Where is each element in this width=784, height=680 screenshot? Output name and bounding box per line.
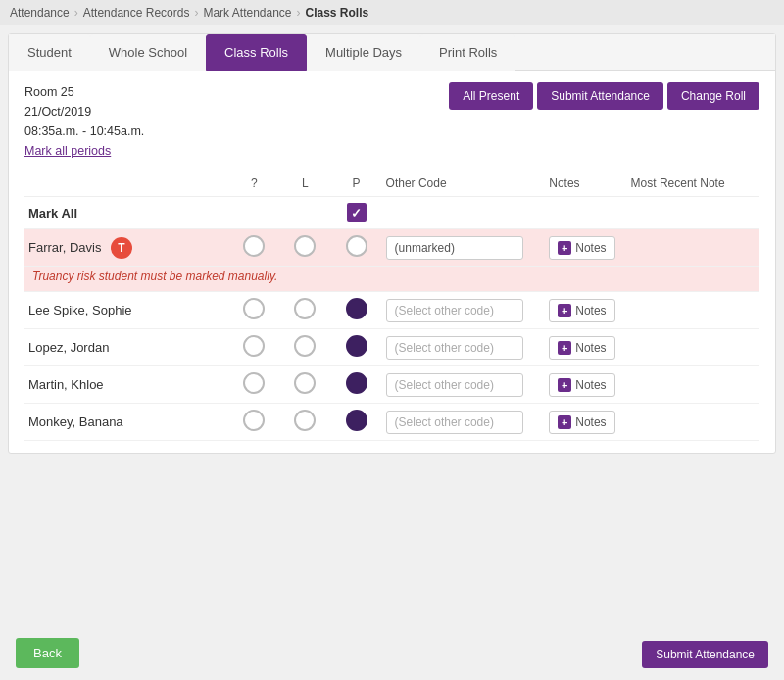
other-code-cell[interactable] — [382, 404, 546, 441]
other-code-cell[interactable] — [382, 229, 546, 267]
col-header-name — [24, 170, 228, 197]
q-radio[interactable] — [243, 372, 265, 394]
l-radio-cell[interactable] — [279, 292, 330, 329]
other-code-input[interactable] — [386, 299, 523, 322]
truancy-badge: T — [111, 237, 132, 259]
notes-button[interactable]: + Notes — [549, 299, 614, 322]
l-radio[interactable] — [294, 372, 316, 394]
mark-all-checkbox[interactable] — [347, 203, 367, 222]
recent-note-cell — [627, 292, 760, 329]
tab-class-rolls[interactable]: Class Rolls — [206, 34, 307, 71]
submit-attendance-button[interactable]: Submit Attendance — [537, 82, 663, 110]
breadcrumb-attendance[interactable]: Attendance — [10, 6, 70, 20]
l-radio-cell[interactable] — [279, 229, 330, 267]
notes-cell[interactable]: + Notes — [545, 366, 626, 404]
q-radio[interactable] — [243, 410, 265, 431]
l-radio[interactable] — [294, 298, 316, 319]
tab-print-rolls[interactable]: Print Rolls — [420, 34, 515, 71]
attendance-table: ? L P Other Code Notes Most Recent Note … — [24, 170, 760, 441]
col-header-other: Other Code — [382, 170, 546, 197]
other-code-input[interactable] — [386, 336, 523, 360]
notes-button[interactable]: + Notes — [549, 336, 614, 360]
col-header-p: P — [330, 170, 381, 197]
p-radio[interactable] — [346, 372, 368, 394]
tab-whole-school[interactable]: Whole School — [90, 34, 206, 71]
breadcrumb-attendance-records[interactable]: Attendance Records — [83, 6, 190, 20]
p-radio[interactable] — [346, 298, 368, 319]
table-row: Lee Spike, Sophie + Notes — [24, 292, 760, 329]
p-radio-cell[interactable] — [330, 292, 381, 329]
other-code-cell[interactable] — [382, 366, 546, 404]
info-row: Room 25 21/Oct/2019 08:35a.m. - 10:45a.m… — [24, 82, 760, 161]
l-radio[interactable] — [294, 335, 316, 357]
notes-cell[interactable]: + Notes — [545, 229, 626, 267]
other-code-input[interactable] — [386, 236, 523, 260]
other-code-input[interactable] — [386, 373, 523, 397]
l-radio[interactable] — [294, 235, 316, 257]
recent-note-cell — [627, 366, 760, 404]
notes-cell[interactable]: + Notes — [545, 329, 626, 366]
date-label: 21/Oct/2019 — [24, 102, 144, 121]
breadcrumb-mark-attendance[interactable]: Mark Attendance — [203, 6, 291, 20]
l-radio[interactable] — [294, 410, 316, 431]
notes-button[interactable]: + Notes — [549, 411, 614, 434]
l-radio-cell[interactable] — [279, 329, 330, 366]
student-name: Martin, Khloe — [24, 366, 228, 404]
q-radio-cell[interactable] — [228, 366, 279, 404]
breadcrumb-arrow-1: › — [74, 6, 78, 20]
back-button[interactable]: Back — [16, 638, 79, 668]
room-info: Room 25 21/Oct/2019 08:35a.m. - 10:45a.m… — [24, 82, 144, 161]
recent-note-cell — [627, 404, 760, 441]
p-radio-cell[interactable] — [330, 329, 381, 366]
notes-plus-icon: + — [558, 341, 571, 355]
notes-label: Notes — [575, 378, 606, 392]
truancy-message-row: Truancy risk student must be marked manu… — [24, 267, 760, 292]
q-radio[interactable] — [243, 235, 265, 257]
notes-button[interactable]: + Notes — [549, 373, 614, 397]
tab-multiple-days[interactable]: Multiple Days — [307, 34, 420, 71]
p-radio[interactable] — [346, 335, 368, 357]
other-code-input[interactable] — [386, 411, 523, 434]
q-radio-cell[interactable] — [228, 404, 279, 441]
back-button-container: Back — [16, 638, 79, 668]
l-radio-cell[interactable] — [279, 366, 330, 404]
other-code-cell[interactable] — [382, 292, 546, 329]
notes-label: Notes — [575, 415, 606, 429]
tab-content: Room 25 21/Oct/2019 08:35a.m. - 10:45a.m… — [9, 71, 775, 453]
breadcrumb-class-rolls: Class Rolls — [306, 6, 369, 20]
other-code-cell[interactable] — [382, 329, 546, 366]
notes-label: Notes — [575, 304, 606, 317]
mark-all-periods-link[interactable]: Mark all periods — [24, 144, 111, 158]
all-present-button[interactable]: All Present — [449, 82, 533, 110]
q-radio-cell[interactable] — [228, 292, 279, 329]
change-roll-button[interactable]: Change Roll — [667, 82, 760, 110]
p-radio-cell[interactable] — [330, 229, 381, 267]
q-radio[interactable] — [243, 335, 265, 357]
q-radio-cell[interactable] — [228, 329, 279, 366]
p-radio-cell[interactable] — [330, 366, 381, 404]
mark-all-l — [279, 197, 330, 229]
mark-all-p[interactable] — [330, 197, 381, 229]
p-radio-cell[interactable] — [330, 404, 381, 441]
l-radio-cell[interactable] — [279, 404, 330, 441]
tab-student[interactable]: Student — [9, 34, 90, 71]
notes-button[interactable]: + Notes — [549, 236, 614, 260]
student-name: Lopez, Jordan — [24, 329, 228, 366]
submit-attendance-bottom-button[interactable]: Submit Attendance — [642, 641, 768, 668]
mark-all-label: Mark All — [24, 197, 228, 229]
truancy-message: Truancy risk student must be marked manu… — [24, 267, 760, 292]
col-header-l: L — [279, 170, 330, 197]
p-radio[interactable] — [346, 235, 368, 257]
notes-cell[interactable]: + Notes — [545, 404, 626, 441]
breadcrumb-arrow-3: › — [297, 6, 301, 20]
p-radio[interactable] — [346, 410, 368, 431]
mark-all-q — [228, 197, 279, 229]
notes-cell[interactable]: + Notes — [545, 292, 626, 329]
notes-label: Notes — [575, 241, 606, 255]
q-radio[interactable] — [243, 298, 265, 319]
truancy-message-text: Truancy risk student must be marked manu… — [32, 269, 277, 283]
q-radio-cell[interactable] — [228, 229, 279, 267]
student-name: Monkey, Banana — [24, 404, 228, 441]
notes-plus-icon: + — [558, 415, 571, 429]
mark-all-other — [382, 197, 546, 229]
